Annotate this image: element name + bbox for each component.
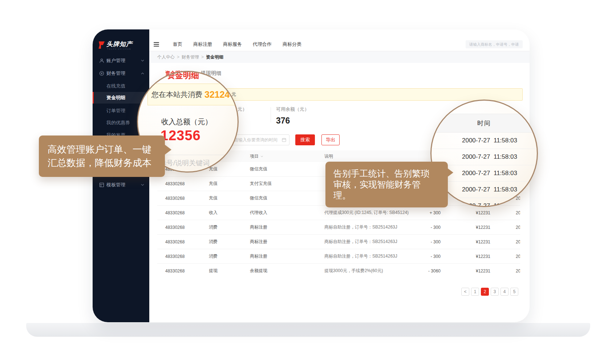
breadcrumb-current: 资金明细 — [206, 54, 223, 60]
cell-type: 消费 — [209, 235, 218, 249]
callout-arrow-right-icon — [447, 168, 453, 177]
breadcrumb-part[interactable]: 个人中心 — [157, 54, 175, 60]
sidebar-item-finance[interactable]: 财务管理 — [93, 68, 149, 78]
magnified-income-value: 12356 — [161, 128, 201, 143]
sidebar-item-label: 订单管理 — [106, 108, 125, 114]
stat-label: 可用余额（元） — [276, 106, 309, 113]
cell-project: 商标注册 — [250, 249, 267, 263]
breadcrumb-part[interactable]: 财务管理 — [182, 54, 199, 60]
cell-project: 代理收入 — [250, 206, 267, 220]
sidebar-item-online-recharge[interactable]: 在线充值 — [93, 81, 149, 91]
top-navbar: 首页 商标注册 商标服务 代理合作 商标分类 — [149, 29, 530, 51]
search-button[interactable]: 搜索 — [295, 134, 315, 145]
cell-desc: 商标自助注册，订单号：SB2514263J — [324, 220, 397, 234]
cell-balance: ¥12231 — [458, 220, 490, 234]
time-filter-input[interactable] — [230, 134, 289, 145]
laptop-base — [26, 323, 590, 337]
sidebar-item-label: 在线充值 — [106, 83, 125, 89]
sidebar-item-label: 账户管理 — [106, 57, 125, 64]
col-header-project[interactable]: 项目 — [250, 150, 263, 162]
callout-left-line: 高效管理账户订单、一键 — [48, 143, 156, 156]
callout-right: 告别手工统计、告别繁琐 审核，实现智能财务管 理。 — [325, 162, 448, 207]
cell-project: 商标注册 — [250, 235, 267, 249]
magnified-notice-prefix: 您在本站共消费 — [151, 90, 202, 100]
magnified-time-cell: 2000-7-27 11:58:03 — [431, 133, 537, 149]
cell-project: 余额提现 — [250, 264, 267, 278]
pagination-prev-button[interactable]: < — [461, 288, 469, 296]
cell-desc: 商标自助注册，订单号：SB2514263J — [324, 235, 397, 249]
cell-order: 48330268 — [165, 235, 185, 249]
brand-logo: 头牌知产 TOUPAIZHICHAN — [97, 40, 148, 52]
cell-type: 充值 — [209, 177, 218, 191]
table-row: 48330268 消费 商标注册 商标自助注册，订单号：SB2514263J -… — [157, 235, 520, 249]
nav-menu: 首页 商标注册 商标服务 代理合作 商标分类 — [173, 41, 301, 48]
magnified-time-column-header: 时间 — [431, 114, 537, 133]
chevron-down-icon — [141, 60, 144, 62]
sidebar-item-label: 资金明细 — [106, 94, 125, 101]
global-search-input[interactable] — [466, 40, 523, 48]
table-row: 48330268 消费 商标注册 商标自助注册，订单号：SB2514263J -… — [157, 220, 520, 235]
pagination-page-3[interactable]: 3 — [491, 288, 499, 296]
magnified-income-label: 收入总额（元） — [161, 117, 212, 127]
template-icon — [99, 182, 104, 187]
finance-icon — [99, 71, 104, 76]
magnified-time-cell: 2000-7-27 11:58:03 — [431, 149, 537, 165]
cell-type: 充值 — [209, 191, 218, 205]
cell-type: 消费 — [209, 249, 218, 263]
cell-amount: - 300 — [408, 235, 441, 249]
sidebar-item-template[interactable]: 模板管理 — [93, 180, 149, 190]
magnified-notice-bar: 您在本站共消费 32124 元 — [147, 84, 239, 105]
sidebar-item-account[interactable]: 账户管理 — [93, 56, 149, 66]
callout-right-line: 告别手工统计、告别繁琐 — [333, 168, 440, 179]
table-row: 48330268 收入 代理收入 代理提成300元 (ID:1245, 订单号:… — [157, 206, 520, 220]
pagination: < 1 2 3 4 5 — [461, 288, 518, 296]
cell-time: 2000-7-27 11:58:03 — [516, 249, 520, 263]
cell-amount: + 300 — [408, 206, 441, 220]
pagination-page-4[interactable]: 4 — [500, 288, 508, 296]
cell-project: 支付宝充值 — [250, 177, 272, 191]
pagination-page-5[interactable]: 5 — [510, 288, 518, 296]
cell-desc: 商标自助注册，订单号：SB2514263J — [324, 249, 397, 263]
col-header-desc: 说明 — [324, 150, 333, 162]
hamburger-menu-icon[interactable] — [154, 41, 159, 48]
callout-right-line: 理。 — [333, 190, 440, 201]
breadcrumb-separator: > — [177, 54, 179, 60]
cell-balance: ¥12231 — [458, 206, 490, 220]
pagination-page-1[interactable]: 1 — [471, 288, 479, 296]
cell-type: 收入 — [209, 206, 218, 220]
cell-time: 2000-7-27 11:58:03 — [516, 206, 520, 220]
breadcrumb-separator: > — [201, 54, 204, 60]
calendar-icon[interactable] — [282, 138, 286, 142]
cell-order: 48330268 — [165, 177, 185, 191]
chevron-down-icon — [141, 184, 144, 186]
pagination-page-2-active[interactable]: 2 — [481, 288, 489, 296]
cell-desc: 提现3000元，手续费2%(60元) — [324, 264, 383, 278]
nav-item-home[interactable]: 首页 — [173, 41, 182, 48]
sidebar-item-label: 财务管理 — [106, 70, 125, 77]
export-button[interactable]: 导出 — [321, 134, 340, 145]
brand-logo-subtext: TOUPAIZHICHAN — [107, 48, 131, 50]
callout-arrow-right-icon — [164, 144, 171, 155]
chevron-up-icon — [141, 72, 144, 74]
cell-order: 48330268 — [165, 206, 185, 220]
nav-item-agent-cooperation[interactable]: 代理合作 — [253, 41, 272, 48]
cell-desc: 代理提成300元 (ID:1245, 订单号: SB45124) — [324, 206, 409, 220]
nav-item-trademark-category[interactable]: 商标分类 — [283, 41, 301, 48]
callout-right-line: 审核，实现智能财务管 — [333, 179, 440, 190]
cell-amount: - 3060 — [408, 264, 441, 278]
chevron-down-icon — [260, 155, 263, 157]
cell-type: 提现 — [209, 264, 218, 278]
page-root: 头牌知产 TOUPAIZHICHAN 账户管理 财务管理 — [0, 0, 616, 364]
nav-item-trademark-service[interactable]: 商标服务 — [223, 41, 242, 48]
sidebar-item-label: 模板管理 — [106, 182, 125, 188]
cell-balance: ¥12231 — [458, 249, 490, 263]
magnified-notice-amount: 32124 — [204, 89, 230, 100]
stat-available-balance: 可用余额（元） 376 — [276, 106, 309, 126]
brand-logo-icon — [97, 41, 105, 51]
cell-order: 48330268 — [165, 220, 185, 234]
cell-project: 微信充值 — [250, 191, 267, 205]
cell-amount: - 300 — [408, 249, 441, 263]
stat-value: 376 — [276, 116, 309, 126]
nav-item-trademark-register[interactable]: 商标注册 — [193, 41, 212, 48]
cell-time: 2000-7-27 11:58:03 — [516, 264, 520, 278]
